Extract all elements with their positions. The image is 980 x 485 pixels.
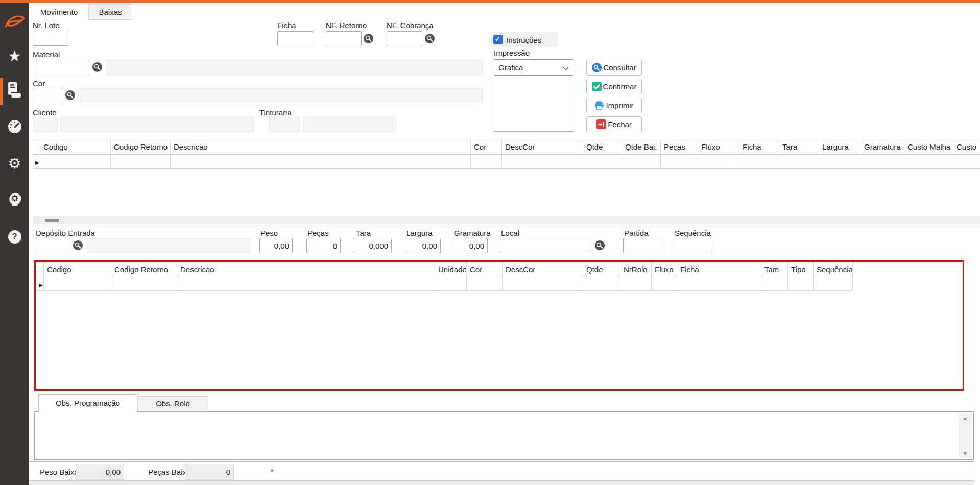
footer-marker: *: [271, 468, 273, 476]
tab-obs-rolo[interactable]: Obs. Rolo: [137, 396, 208, 411]
instrucoes-label: Instruções: [506, 36, 541, 44]
nf-cobranca-search-icon[interactable]: [425, 34, 435, 43]
bottom-strip: [29, 480, 974, 485]
pecas-input[interactable]: [306, 238, 341, 253]
sequencia-input[interactable]: [674, 238, 712, 253]
nf-retorno-search-icon[interactable]: [364, 34, 373, 43]
grid-column-header[interactable]: Qtde: [583, 139, 622, 155]
grid-column-header[interactable]: Gramatura: [861, 139, 904, 155]
material-input[interactable]: [33, 60, 89, 75]
grid-cell: [779, 155, 819, 169]
grid-column-header[interactable]: Descricao: [177, 262, 435, 277]
grid-column-header[interactable]: Fluxo: [652, 262, 677, 277]
tab-obs-programacao[interactable]: Obs. Programação: [38, 394, 137, 412]
scroll-down-icon[interactable]: ▼: [959, 450, 972, 456]
grid-cell: [788, 277, 814, 291]
grid-column-header[interactable]: DescCor: [502, 139, 583, 155]
deposito-entrada-input[interactable]: [36, 238, 70, 253]
deposito-search-icon[interactable]: [73, 240, 83, 250]
row-selector-icon: [36, 277, 44, 291]
nr-lote-input[interactable]: [33, 31, 68, 46]
grid-column-header[interactable]: Ficha: [739, 139, 779, 155]
gramatura-input[interactable]: [453, 238, 488, 253]
footer-separator: [29, 461, 974, 462]
confirmar-button[interactable]: Confirmar: [586, 79, 642, 94]
grid-column-header[interactable]: Descricao: [171, 139, 471, 155]
imprimir-button[interactable]: Imprimir: [586, 98, 642, 113]
tinturaria-label: Tinturaria: [259, 108, 292, 117]
grid-column-header[interactable]: Codigo Retorno: [111, 262, 177, 277]
grid-column-header[interactable]: Sequência: [814, 262, 853, 277]
grid-column-header[interactable]: Qtde: [583, 262, 620, 277]
obs-textarea[interactable]: [34, 411, 974, 460]
grid-column-header[interactable]: Qtde Bai.: [622, 139, 661, 155]
material-search-icon[interactable]: [92, 62, 102, 72]
tab-baixas[interactable]: Baixas: [88, 4, 132, 20]
grid-cell: [171, 155, 471, 169]
grid-column-header[interactable]: NrRolo: [620, 262, 652, 277]
nf-cobranca-input[interactable]: [387, 31, 422, 46]
partida-label: Partida: [624, 229, 649, 237]
grid-cell: [861, 155, 904, 169]
grid-cell: [677, 277, 761, 291]
cor-input[interactable]: [33, 88, 63, 103]
fechar-button[interactable]: Fechar: [586, 116, 642, 132]
largura-input[interactable]: [405, 238, 441, 253]
scroll-up-icon[interactable]: ▲: [959, 415, 972, 421]
grid-column-header[interactable]: Codigo Retorno: [111, 139, 171, 155]
grid-column-header[interactable]: Fluxo: [698, 139, 739, 155]
reports-icon[interactable]: [0, 80, 29, 100]
grid-cell: [435, 277, 467, 291]
local-label: Local: [501, 229, 519, 237]
grid-cell: [583, 277, 620, 291]
grid-selector-header: [36, 262, 44, 277]
material-descricao-field: [106, 60, 483, 75]
ficha-input[interactable]: [277, 31, 313, 46]
grid-column-header[interactable]: Cor: [467, 262, 503, 277]
local-search-icon[interactable]: [595, 240, 605, 250]
grid1-hscrollbar[interactable]: [33, 216, 980, 224]
grid-cell: [40, 155, 111, 169]
peso-input[interactable]: [259, 238, 293, 253]
grid-cell: [177, 277, 435, 291]
obs-vscrollbar[interactable]: ▲ ▼: [959, 414, 972, 458]
grid-column-header[interactable]: Tipo: [788, 262, 814, 277]
sidebar: ★ ⚙ ?: [0, 3, 29, 485]
grid-column-header[interactable]: Codigo: [44, 262, 111, 277]
impressao-select[interactable]: Grafica: [494, 59, 573, 76]
cor-search-icon[interactable]: [65, 90, 75, 100]
dashboard-gauge-icon[interactable]: [0, 116, 29, 137]
cor-label: Cor: [33, 79, 45, 88]
help-icon[interactable]: ?: [0, 227, 29, 247]
grid-cell: [111, 277, 177, 291]
grid-column-header[interactable]: Ficha: [677, 262, 761, 277]
grid-column-header[interactable]: Largura: [819, 139, 861, 155]
app-logo-icon[interactable]: [0, 11, 29, 32]
grid-column-header[interactable]: Codigo: [40, 139, 111, 155]
grid-cell: [953, 155, 980, 169]
grid-column-header[interactable]: Custo Malha: [904, 139, 953, 155]
consultar-button[interactable]: Consultar: [586, 60, 642, 76]
partida-input[interactable]: [623, 238, 662, 253]
nf-retorno-input[interactable]: [326, 31, 362, 46]
panel-right-border: [974, 391, 974, 480]
grid-cell: [761, 277, 788, 291]
chevron-down-icon: [562, 64, 569, 71]
grid-column-header[interactable]: Tara: [779, 139, 819, 155]
baixas-grid: CodigoCodigo RetornoDescricaoUnidadeCorD…: [36, 262, 853, 293]
peso-baixado-field: [76, 464, 124, 480]
settings-gear-icon[interactable]: ⚙: [0, 153, 29, 174]
grid-column-header[interactable]: Tam: [761, 262, 788, 277]
favorites-star-icon[interactable]: ★: [0, 46, 29, 66]
grid1-hscroll-thumb[interactable]: [45, 219, 59, 222]
grid-column-header[interactable]: Unidade: [435, 262, 467, 277]
tab-movimento[interactable]: Movimento: [30, 4, 88, 20]
grid-column-header[interactable]: Custo: [953, 139, 980, 155]
instrucoes-checkbox[interactable]: [493, 35, 503, 44]
grid-column-header[interactable]: DescCor: [503, 262, 583, 277]
assistant-head-gear-icon[interactable]: [0, 189, 29, 209]
grid-column-header[interactable]: Cor: [471, 139, 502, 155]
tara-input[interactable]: [353, 238, 392, 253]
local-input[interactable]: [500, 238, 592, 253]
grid-column-header[interactable]: Peças: [661, 139, 698, 155]
